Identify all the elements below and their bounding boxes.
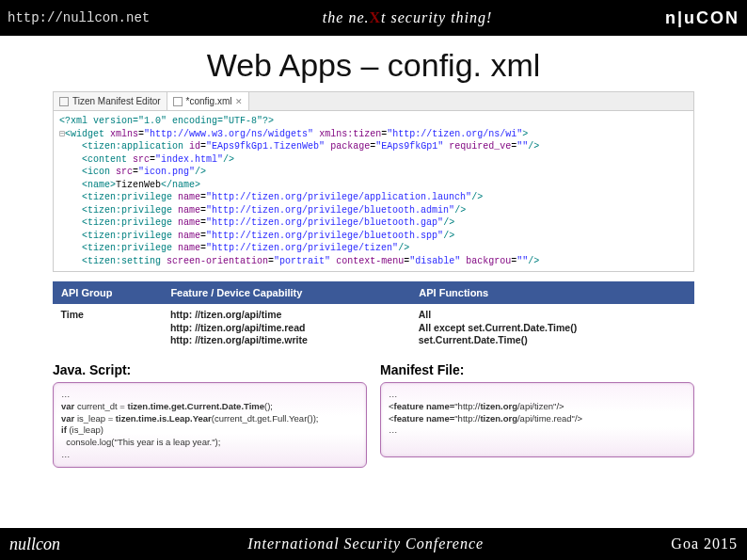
table-row: Time http: //tizen.org/api/timehttp: //t… [54, 304, 694, 352]
th-feature: Feature / Device Capability [163, 282, 411, 304]
manifest-panel: Manifest File: … <feature name="http://t… [380, 360, 694, 468]
panel-body-manifest: … <feature name="http://tizen.org/api/ti… [380, 382, 694, 457]
panel-body-js: … var current_dt = tizen.time.get.Curren… [53, 382, 367, 468]
footer-left: nullcon [9, 535, 60, 554]
cell-features: http: //tizen.org/api/timehttp: //tizen.… [163, 304, 411, 352]
xml-line: <icon src="icon.png"/> [59, 166, 688, 179]
panel-head-js: Java. Script: [53, 360, 367, 382]
xml-line: <tizen:privilege name="http://tizen.org/… [59, 204, 688, 217]
close-icon[interactable]: ✕ [235, 97, 243, 106]
th-api-group: API Group [54, 282, 163, 304]
api-table-container: API Group Feature / Device Capability AP… [53, 281, 694, 352]
header-bar: http://nullcon.net the ne.Xt security th… [0, 0, 747, 36]
xml-line: <tizen:privilege name="http://tizen.org/… [59, 242, 688, 255]
xml-line: <name>TizenWeb</name> [59, 179, 688, 192]
footer-right: Goa 2015 [671, 536, 738, 552]
header-tagline: the ne.Xt security thing! [323, 9, 493, 26]
editor-tab-label: Tizen Manifest Editor [72, 96, 161, 106]
tagline-after: t security thing! [381, 9, 492, 25]
table-header-row: API Group Feature / Device Capability AP… [54, 282, 694, 304]
cell-funcs: AllAll except set.Current.Date.Time()set… [411, 304, 694, 352]
brand-logo: n|uCON [665, 8, 739, 28]
code-panels: Java. Script: … var current_dt = tizen.t… [53, 360, 694, 468]
javascript-panel: Java. Script: … var current_dt = tizen.t… [53, 360, 367, 468]
editor-tab-label: *config.xml [186, 96, 232, 106]
slide-title: Web Apps – config. xml [0, 36, 747, 91]
xml-editor-content: <?xml version="1.0" encoding="UTF-8"?>⊟<… [54, 111, 693, 271]
xml-line: <tizen:setting screen-orientation="portr… [59, 255, 688, 268]
editor-tab-manifest[interactable]: Tizen Manifest Editor [54, 92, 167, 110]
file-icon [173, 97, 183, 106]
editor-tabs: Tizen Manifest Editor *config.xml ✕ [54, 92, 693, 111]
xml-line: <tizen:application id="EAps9fkGp1.TizenW… [59, 140, 688, 153]
tagline-x: X [369, 9, 381, 25]
footer-center: International Security Conference [247, 536, 484, 552]
tagline-before: the ne. [323, 9, 370, 25]
xml-line: <tizen:privilege name="http://tizen.org/… [59, 191, 688, 204]
cell-group: Time [54, 304, 163, 352]
th-functions: API Functions [411, 282, 694, 304]
editor-area: Tizen Manifest Editor *config.xml ✕ <?xm… [53, 91, 694, 272]
xml-line: <tizen:privilege name="http://tizen.org/… [59, 216, 688, 230]
xml-line: ⊟<widget xmlns="http://www.w3.org/ns/wid… [59, 128, 688, 141]
file-icon [59, 97, 69, 106]
xml-line: <?xml version="1.0" encoding="UTF-8"?> [59, 115, 688, 128]
panel-head-manifest: Manifest File: [380, 360, 694, 382]
header-url: http://nullcon.net [8, 10, 150, 25]
xml-line: <tizen:privilege name="http://tizen.org/… [59, 230, 688, 243]
xml-line: <content src="index.html"/> [59, 153, 688, 167]
footer-bar: nullcon International Security Conferenc… [0, 528, 747, 560]
editor-tab-config[interactable]: *config.xml ✕ [167, 92, 250, 110]
api-table: API Group Feature / Device Capability AP… [53, 281, 694, 352]
